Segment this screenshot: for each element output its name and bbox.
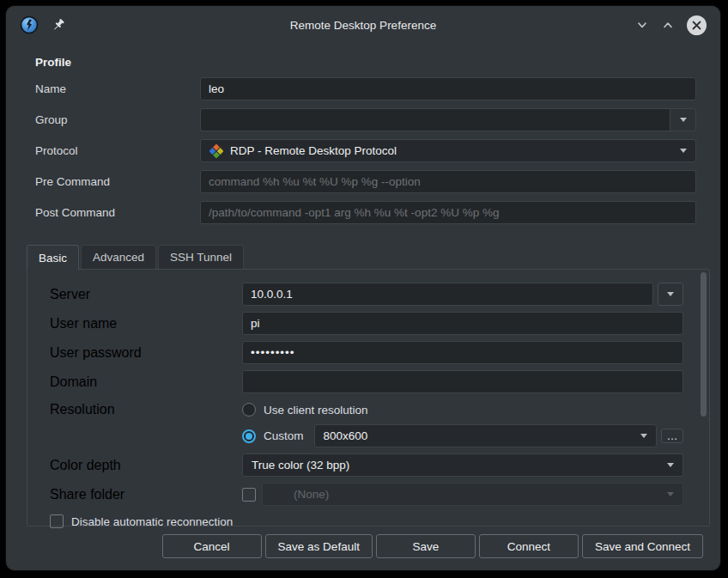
domain-row: Domain <box>50 370 683 393</box>
dropdown-arrow-icon <box>667 463 674 467</box>
post-command-row: Post Command <box>35 201 696 224</box>
protocol-value: RDP - Remote Desktop Protocol <box>230 144 397 157</box>
save-and-connect-button[interactable]: Save and Connect <box>582 534 703 558</box>
close-button[interactable] <box>687 15 707 35</box>
resolution-label: Resolution <box>50 402 242 417</box>
pin-icon[interactable] <box>51 17 66 33</box>
password-input[interactable] <box>242 341 683 364</box>
scrollbar-thumb[interactable] <box>701 272 707 417</box>
tab-bar: Basic Advanced SSH Tunnel <box>27 245 710 269</box>
disable-reconnect-checkbox[interactable] <box>50 514 64 528</box>
username-row: User name <box>50 312 683 335</box>
custom-resolution-radio[interactable] <box>242 429 256 443</box>
rdp-protocol-icon <box>209 144 223 158</box>
panel-scrollbar[interactable] <box>701 272 707 525</box>
connect-button[interactable]: Connect <box>479 534 579 558</box>
group-dropdown-button[interactable] <box>670 108 696 131</box>
share-folder-row: Share folder (None) <box>50 483 683 506</box>
name-row: Name <box>35 77 696 100</box>
share-folder-select: (None) <box>262 483 683 506</box>
name-label: Name <box>35 82 200 95</box>
protocol-label: Protocol <box>35 144 200 157</box>
pre-command-input[interactable] <box>200 170 696 193</box>
color-depth-label: Color depth <box>50 458 242 473</box>
group-input[interactable] <box>200 108 670 131</box>
post-command-label: Post Command <box>35 206 200 219</box>
color-depth-value: True color (32 bpp) <box>252 459 349 472</box>
custom-resolution-select[interactable]: 800x600 <box>314 424 657 447</box>
resolution-row: Resolution Use client resolution <box>50 402 683 417</box>
share-folder-value: (None) <box>294 488 329 501</box>
custom-resolution-label: Custom <box>264 429 304 442</box>
maximize-button[interactable] <box>661 18 675 32</box>
post-command-input[interactable] <box>200 201 696 224</box>
protocol-select[interactable]: RDP - Remote Desktop Protocol <box>200 139 696 162</box>
dropdown-arrow-icon <box>680 118 687 122</box>
app-icon[interactable] <box>20 15 39 34</box>
server-row: Server <box>50 283 683 306</box>
dropdown-arrow-icon <box>667 492 674 496</box>
pre-command-label: Pre Command <box>35 175 200 188</box>
tab-basic[interactable]: Basic <box>27 245 79 270</box>
share-folder-checkbox[interactable] <box>242 488 256 502</box>
color-depth-row: Color depth True color (32 bpp) <box>50 453 683 477</box>
save-button[interactable]: Save <box>376 534 476 558</box>
domain-label: Domain <box>50 374 242 390</box>
use-client-resolution-label: Use client resolution <box>264 404 368 417</box>
action-button-row: Cancel Save as Default Save Connect Save… <box>6 534 703 558</box>
protocol-row: Protocol RDP - Remote Desktop Protocol <box>35 139 696 162</box>
domain-input[interactable] <box>242 370 683 393</box>
pre-command-row: Pre Command <box>35 170 696 193</box>
tab-advanced[interactable]: Advanced <box>81 245 156 269</box>
tab-ssh-tunnel[interactable]: SSH Tunnel <box>158 245 244 269</box>
color-depth-select[interactable]: True color (32 bpp) <box>242 453 683 477</box>
custom-resolution-value: 800x600 <box>324 429 368 442</box>
shade-button[interactable] <box>635 18 649 32</box>
use-client-resolution-radio[interactable] <box>242 403 256 417</box>
password-label: User password <box>50 345 242 361</box>
basic-tab-panel: Server User name User password Domain <box>27 269 710 526</box>
window-title: Remote Desktop Preference <box>6 19 720 32</box>
custom-resolution-row: Custom 800x600 … <box>50 424 683 447</box>
save-as-default-button[interactable]: Save as Default <box>265 534 373 558</box>
titlebar: Remote Desktop Preference <box>6 6 720 44</box>
name-input[interactable] <box>200 77 696 100</box>
group-row: Group <box>35 108 696 131</box>
dropdown-arrow-icon <box>680 149 687 153</box>
cancel-button[interactable]: Cancel <box>162 534 262 558</box>
dropdown-arrow-icon <box>640 434 647 438</box>
resolution-more-button[interactable]: … <box>661 429 683 443</box>
profile-heading: Profile <box>35 56 696 69</box>
password-row: User password <box>50 341 683 364</box>
server-dropdown-button[interactable] <box>658 283 683 306</box>
username-label: User name <box>50 316 242 332</box>
disable-reconnect-row: Disable automatic reconnection <box>50 514 683 528</box>
disable-reconnect-label: Disable automatic reconnection <box>71 515 233 528</box>
group-label: Group <box>35 113 200 126</box>
dropdown-arrow-icon <box>667 292 674 296</box>
remote-desktop-preference-window: Remote Desktop Preference Profile Name G… <box>5 5 721 571</box>
server-input[interactable] <box>242 283 653 306</box>
server-label: Server <box>50 287 242 302</box>
username-input[interactable] <box>242 312 683 335</box>
share-folder-label: Share folder <box>50 487 242 502</box>
